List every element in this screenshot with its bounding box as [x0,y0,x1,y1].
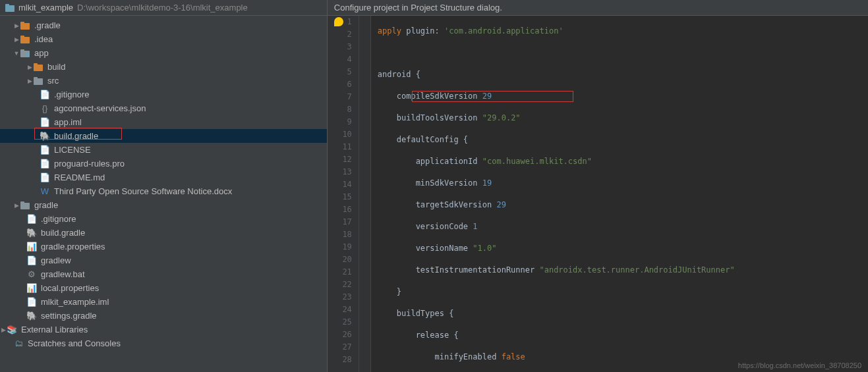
props-file-icon: 📊 [26,242,37,252]
editor-panel: Configure project in Project Structure d… [328,0,868,372]
scratches-icon: 🗂 [13,338,24,349]
file-icon: 📄 [26,255,37,266]
tree-item-gitignore[interactable]: 📄.gitignore [0,88,327,101]
breadcrumb-project[interactable]: mlkit_example [18,3,73,13]
tree-item-app-iml[interactable]: 📄app.iml [0,115,327,129]
tree-item-local-props[interactable]: 📊local.properties [0,281,327,295]
md-file-icon: 📄 [40,173,50,183]
tree-item-build-gradle2[interactable]: 🐘build.gradle [0,226,327,240]
breadcrumb-path: D:\workspace\mlkitdemo-3-16\mlkit_exampl… [77,3,248,13]
tree-item-external-libs[interactable]: ▶📚External Libraries [0,323,327,336]
tree-item-scratches[interactable]: 🗂Scratches and Consoles [0,336,327,350]
tree-item-gradle-props[interactable]: 📊gradle.properties [0,240,327,253]
tree-item-mlkit-iml[interactable]: 📄mlkit_example.iml [0,295,327,309]
svg-rect-3 [20,22,24,24]
code-editor[interactable]: 1234567891011121314151617181920212223242… [328,16,868,372]
file-icon: 📄 [40,145,50,155]
breadcrumb: mlkit_example D:\workspace\mlkitdemo-3-1… [0,0,327,16]
json-file-icon: {} [40,103,50,114]
watermark: https://blog.csdn.net/weixin_38708250 [738,361,861,369]
project-folder-icon [5,4,14,12]
fold-gutter [359,16,371,372]
tree-item-gradle[interactable]: ▶gradle [0,198,327,212]
gradle-file-icon: 🐘 [40,131,50,142]
notification-bar[interactable]: Configure project in Project Structure d… [328,0,868,16]
tree-item-proguard[interactable]: 📄proguard-rules.pro [0,157,327,171]
code-area[interactable]: apply plugin: 'com.android.application' … [371,16,868,372]
bat-file-icon: ⚙ [26,269,37,280]
tree-item-gradlew[interactable]: 📄gradlew [0,253,327,267]
gradle-file-icon: 🐘 [26,311,37,321]
project-tree[interactable]: ▶.gradle ▶.idea ▼app ▶build ▶src 📄.gitig… [0,16,327,372]
props-file-icon: 📊 [26,283,37,294]
iml-file-icon: 📄 [40,117,50,128]
svg-rect-10 [34,63,38,66]
gradle-file-icon: 🐘 [26,228,37,238]
tree-item-build[interactable]: ▶build [0,60,327,74]
svg-rect-1 [5,4,9,7]
tree-item-app[interactable]: ▼app [0,46,327,60]
file-icon: 📄 [26,214,37,225]
tree-item-license[interactable]: 📄LICENSE [0,143,327,157]
tree-item-gradle-dir[interactable]: ▶.gradle [0,18,327,32]
tree-item-agconnect[interactable]: {}agconnect-services.json [0,101,327,115]
svg-point-8 [26,53,30,57]
tree-item-gradlew-bat[interactable]: ⚙gradlew.bat [0,267,327,281]
tree-item-src[interactable]: ▶src [0,74,327,88]
line-number-gutter: 1234567891011121314151617181920212223242… [328,16,359,372]
svg-rect-5 [20,36,24,38]
file-icon: 📄 [40,159,50,169]
docx-file-icon: W [40,186,50,197]
tree-item-build-gradle[interactable]: 🐘build.gradle [0,129,327,143]
tree-item-gitignore2[interactable]: 📄.gitignore [0,212,327,226]
library-icon: 📚 [7,325,17,335]
svg-rect-12 [34,77,38,80]
svg-rect-14 [20,201,24,204]
tree-item-idea-dir[interactable]: ▶.idea [0,32,327,46]
tree-item-readme[interactable]: 📄README.md [0,171,327,184]
project-tree-panel: mlkit_example D:\workspace\mlkitdemo-3-1… [0,0,328,372]
svg-rect-7 [20,49,24,52]
tree-item-third-party[interactable]: WThird Party Open Source Software Notice… [0,184,327,198]
iml-file-icon: 📄 [26,297,37,307]
tree-item-settings-gradle[interactable]: 🐘settings.gradle [0,309,327,323]
file-icon: 📄 [40,90,50,100]
intention-bulb-icon[interactable] [334,17,343,26]
